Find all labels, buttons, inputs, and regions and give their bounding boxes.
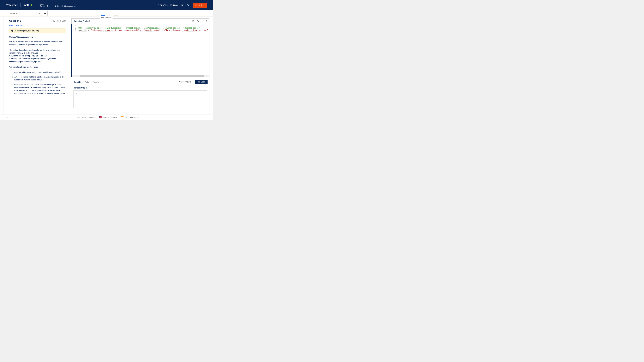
console-output[interactable]: > bbox=[74, 90, 207, 108]
phone-us-number: +1 (800) 265-6038 bbox=[103, 116, 117, 118]
wifi-icon bbox=[6, 116, 8, 118]
gear-icon[interactable] bbox=[186, 3, 190, 7]
question-pager: 1 bbox=[95, 11, 118, 16]
app-header: Mercer mettl James Sample R test / Saved… bbox=[0, 0, 213, 10]
svg-rect-10 bbox=[115, 13, 116, 14]
svg-point-13 bbox=[12, 30, 12, 30]
footer: Need Help? Contact us: +1 (800) 265-6038… bbox=[0, 114, 213, 120]
check-answer-button[interactable]: Check Answer bbox=[177, 80, 193, 84]
hint-box: To see the plots, use dev.off() bbox=[9, 28, 66, 33]
section-dropdown[interactable]: 1. Section #1 bbox=[6, 11, 42, 16]
info-icon bbox=[44, 12, 46, 14]
main-content: Question 1 Revisit Later How to Attempt?… bbox=[4, 17, 210, 114]
question-panel: Question 1 Revisit Later How to Attempt?… bbox=[4, 17, 71, 114]
bookmark-icon bbox=[53, 20, 55, 22]
question-title: Question 1 bbox=[9, 19, 21, 22]
svg-point-17 bbox=[206, 22, 207, 22]
how-to-attempt-link[interactable]: How to Attempt? bbox=[9, 24, 23, 26]
revisit-later-button[interactable]: Revisit Later bbox=[53, 20, 66, 22]
svg-point-16 bbox=[206, 21, 207, 21]
svg-point-6 bbox=[45, 13, 45, 13]
time-value: 00:58:43 bbox=[170, 4, 178, 6]
svg-rect-7 bbox=[45, 13, 45, 14]
compiler-bar: Compiler: R v3.6.3 bbox=[72, 18, 209, 24]
info-button[interactable] bbox=[43, 11, 48, 16]
flag-us-icon bbox=[99, 116, 102, 118]
list-item: Positive entries left after subtracting … bbox=[14, 83, 66, 95]
user-name: James bbox=[40, 3, 77, 5]
minimize-icon[interactable] bbox=[180, 3, 184, 7]
svg-point-18 bbox=[7, 118, 7, 118]
svg-rect-14 bbox=[12, 31, 12, 31]
question-body: You are a statistics enthusiast and want… bbox=[9, 40, 66, 95]
svg-rect-11 bbox=[116, 13, 117, 14]
saved-text: Saved: 60 seconds ago bbox=[57, 5, 77, 7]
finish-test-button[interactable]: Finish Test bbox=[193, 3, 207, 7]
revisit-label: Revisit Later bbox=[56, 20, 66, 22]
list-item: Number of entries that have age less tha… bbox=[14, 75, 66, 81]
console-prompt: > bbox=[76, 92, 77, 94]
more-icon[interactable] bbox=[206, 20, 207, 22]
svg-rect-8 bbox=[115, 12, 116, 13]
tab-results[interactable]: Results bbox=[91, 79, 101, 85]
mercer-logo-icon bbox=[6, 4, 8, 6]
svg-rect-1 bbox=[30, 5, 31, 6]
chevron-right-icon bbox=[108, 13, 109, 14]
next-question-button[interactable] bbox=[107, 11, 111, 16]
cursor bbox=[78, 92, 78, 94]
section-label: 1. Section #1 bbox=[8, 12, 18, 14]
section-toolbar: 1. Section #1 1 Attempted: 0/1 bbox=[0, 10, 213, 17]
help-text: Need Help? Contact us: bbox=[77, 116, 96, 118]
mettl-logo-icon bbox=[30, 4, 32, 6]
test-timer: Test Time: 00:58:43 bbox=[158, 4, 178, 6]
brand-divider bbox=[20, 3, 21, 7]
saved-status: Saved: 60 seconds ago bbox=[54, 5, 77, 7]
code-editor[interactable]: 123 #URL - https://s3-ap-southeast-1.ama… bbox=[72, 24, 209, 77]
list-item: Mean age of the entire dataset into vari… bbox=[14, 71, 66, 74]
output-tabs: Script R Plots Results Check Answer Run … bbox=[72, 79, 209, 85]
phone-in-number: +91 80471-89190 bbox=[125, 116, 138, 118]
grid-icon bbox=[115, 12, 117, 14]
expand-icon[interactable] bbox=[202, 20, 204, 22]
tab-script[interactable]: Script R bbox=[72, 79, 82, 85]
svg-point-4 bbox=[188, 5, 188, 5]
time-label: Test Time: bbox=[160, 4, 169, 6]
brand-mercer-text: Mercer bbox=[9, 4, 18, 6]
test-name: Sample R test bbox=[40, 5, 52, 7]
svg-rect-2 bbox=[31, 4, 32, 6]
run-code-button[interactable]: Run Code bbox=[195, 80, 208, 84]
brand-mettl-text: mettl bbox=[24, 4, 30, 6]
phone-us: +1 (800) 265-6038 bbox=[99, 116, 117, 118]
code-panel: Compiler: R v3.6.3 123 #URL - https://s3… bbox=[71, 18, 209, 114]
current-question-number[interactable]: 1 bbox=[101, 11, 105, 16]
svg-rect-9 bbox=[116, 12, 117, 13]
prev-question-button[interactable] bbox=[95, 11, 100, 16]
clock-icon bbox=[158, 4, 160, 6]
chevron-left-icon bbox=[96, 13, 98, 14]
theme-icon[interactable] bbox=[197, 20, 199, 22]
attempted-chip: Attempted: 0/1 bbox=[99, 16, 114, 19]
brand-block: Mercer mettl bbox=[6, 3, 32, 7]
svg-rect-0 bbox=[30, 5, 30, 6]
brand-mercer: Mercer bbox=[6, 4, 18, 6]
code-area[interactable]: #URL - https://s3-ap-southeast-1.amazona… bbox=[78, 24, 209, 75]
phone-in: +91 80471-89190 bbox=[121, 116, 138, 118]
editor-scrollbar[interactable] bbox=[72, 75, 209, 77]
output-panel: Script R Plots Results Check Answer Run … bbox=[72, 79, 209, 114]
svg-point-15 bbox=[206, 20, 207, 21]
question-grid-button[interactable] bbox=[114, 11, 118, 16]
line-gutter: 123 bbox=[72, 24, 78, 75]
hint-text: To see the plots, bbox=[14, 30, 28, 32]
test-info: James Sample R test / Saved: 60 seconds … bbox=[40, 3, 77, 7]
console-title: Console Output bbox=[74, 87, 207, 89]
info-icon bbox=[11, 30, 13, 32]
flag-in-icon bbox=[121, 116, 124, 118]
tab-plots[interactable]: Plots bbox=[82, 79, 91, 85]
history-icon[interactable] bbox=[192, 20, 194, 22]
brand-mettl: mettl bbox=[24, 4, 32, 6]
hint-bold: use dev.off() bbox=[28, 30, 39, 32]
compiler-label: Compiler: R v3.6.3 bbox=[74, 20, 90, 22]
question-heading: Gender Wise Age Analysis bbox=[9, 36, 66, 38]
slash: / bbox=[53, 5, 53, 7]
cloud-icon bbox=[54, 5, 56, 7]
